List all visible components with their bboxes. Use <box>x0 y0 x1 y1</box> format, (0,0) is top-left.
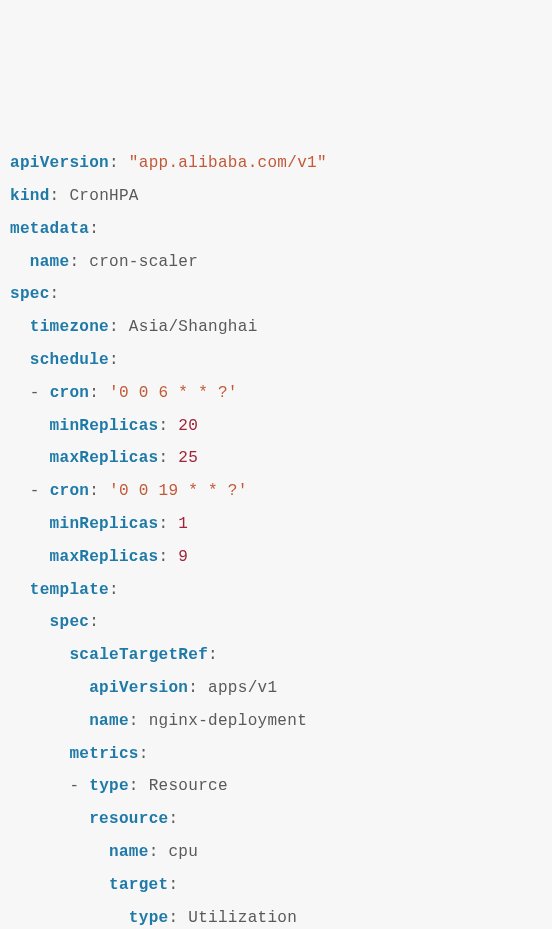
yaml-key: spec <box>10 285 50 303</box>
yaml-key: target <box>109 876 168 894</box>
yaml-key: type <box>129 909 169 927</box>
code-line: spec: <box>10 285 60 303</box>
dash-icon: - <box>30 482 50 500</box>
code-line: target: <box>10 876 178 894</box>
yaml-value: nginx-deployment <box>149 712 307 730</box>
yaml-value: Asia/Shanghai <box>129 318 258 336</box>
yaml-key: scaleTargetRef <box>69 646 208 664</box>
yaml-key: name <box>30 253 70 271</box>
yaml-value: CronHPA <box>69 187 138 205</box>
yaml-string: '0 0 6 * * ?' <box>109 384 238 402</box>
code-line: apiVersion: "app.alibaba.com/v1" <box>10 154 327 172</box>
yaml-key: apiVersion <box>10 154 109 172</box>
dash-icon: - <box>30 384 50 402</box>
yaml-number: 25 <box>178 449 198 467</box>
code-line: metrics: <box>10 745 149 763</box>
yaml-key: cron <box>50 384 90 402</box>
yaml-key: maxReplicas <box>50 548 159 566</box>
code-line: spec: <box>10 613 99 631</box>
yaml-value: Utilization <box>188 909 297 927</box>
yaml-key: schedule <box>30 351 109 369</box>
yaml-key: name <box>109 843 149 861</box>
yaml-value: apps/v1 <box>208 679 277 697</box>
code-line: resource: <box>10 810 178 828</box>
yaml-key: template <box>30 581 109 599</box>
yaml-key: kind <box>10 187 50 205</box>
code-line: schedule: <box>10 351 119 369</box>
code-line: scaleTargetRef: <box>10 646 218 664</box>
yaml-key: name <box>89 712 129 730</box>
yaml-value: cpu <box>168 843 198 861</box>
code-line: kind: CronHPA <box>10 187 139 205</box>
code-line: name: cron-scaler <box>10 253 198 271</box>
yaml-key: minReplicas <box>50 515 159 533</box>
yaml-number: 20 <box>178 417 198 435</box>
yaml-key: timezone <box>30 318 109 336</box>
code-line: timezone: Asia/Shanghai <box>10 318 258 336</box>
yaml-value: Resource <box>149 777 228 795</box>
yaml-string: "app.alibaba.com/v1" <box>129 154 327 172</box>
code-line: metadata: <box>10 220 99 238</box>
yaml-key: apiVersion <box>89 679 188 697</box>
code-line: maxReplicas: 9 <box>10 548 188 566</box>
code-line: - type: Resource <box>10 777 228 795</box>
yaml-key: minReplicas <box>50 417 159 435</box>
code-line: maxReplicas: 25 <box>10 449 198 467</box>
code-line: minReplicas: 1 <box>10 515 188 533</box>
yaml-key: metadata <box>10 220 89 238</box>
code-line: name: nginx-deployment <box>10 712 307 730</box>
code-line: - cron: '0 0 19 * * ?' <box>10 482 248 500</box>
yaml-number: 9 <box>178 548 188 566</box>
yaml-key: metrics <box>69 745 138 763</box>
yaml-key: maxReplicas <box>50 449 159 467</box>
yaml-key: cron <box>50 482 90 500</box>
code-line: - cron: '0 0 6 * * ?' <box>10 384 238 402</box>
code-line: type: Utilization <box>10 909 297 927</box>
code-line: apiVersion: apps/v1 <box>10 679 277 697</box>
yaml-key: spec <box>50 613 90 631</box>
yaml-value: cron-scaler <box>89 253 198 271</box>
yaml-code-block: apiVersion: "app.alibaba.com/v1" kind: C… <box>10 147 542 929</box>
code-line: template: <box>10 581 119 599</box>
yaml-key: type <box>89 777 129 795</box>
code-line: minReplicas: 20 <box>10 417 198 435</box>
yaml-key: resource <box>89 810 168 828</box>
code-line: name: cpu <box>10 843 198 861</box>
yaml-string: '0 0 19 * * ?' <box>109 482 248 500</box>
dash-icon: - <box>69 777 89 795</box>
yaml-number: 1 <box>178 515 188 533</box>
